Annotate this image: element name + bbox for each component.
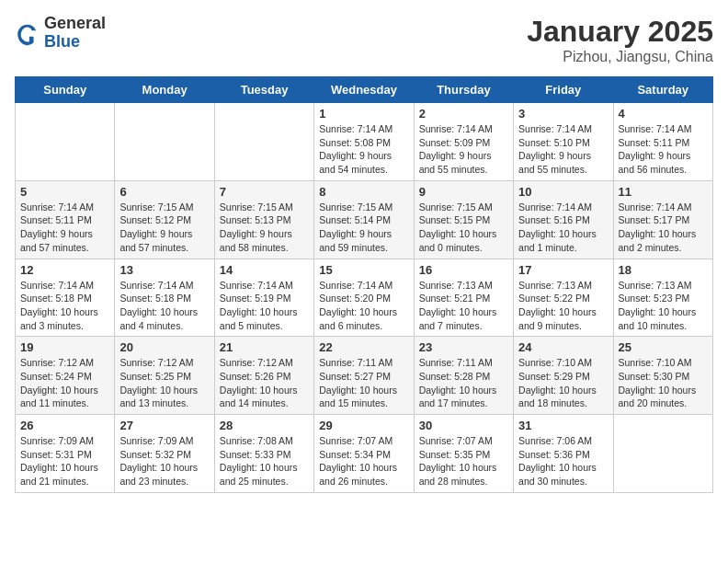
calendar-table: SundayMondayTuesdayWednesdayThursdayFrid… — [15, 76, 713, 493]
day-number: 27 — [119, 419, 209, 432]
header-wednesday: Wednesday — [314, 77, 414, 103]
day-cell: 27Sunrise: 7:09 AM Sunset: 5:32 PM Dayli… — [115, 415, 214, 493]
calendar-title: January 2025 — [527, 15, 713, 49]
day-info: Sunrise: 7:14 AM Sunset: 5:11 PM Dayligh… — [619, 122, 708, 177]
day-number: 6 — [119, 185, 209, 199]
day-cell: 25Sunrise: 7:10 AM Sunset: 5:30 PM Dayli… — [613, 337, 712, 415]
day-number: 21 — [220, 340, 309, 354]
day-number: 31 — [518, 419, 608, 432]
calendar-subtitle: Pizhou, Jiangsu, China — [527, 49, 713, 65]
day-info: Sunrise: 7:14 AM Sunset: 5:19 PM Dayligh… — [220, 279, 309, 333]
title-area: January 2025 Pizhou, Jiangsu, China — [527, 15, 713, 65]
day-cell: 6Sunrise: 7:15 AM Sunset: 5:12 PM Daylig… — [115, 180, 214, 259]
day-info: Sunrise: 7:14 AM Sunset: 5:11 PM Dayligh… — [20, 201, 109, 255]
day-number: 29 — [319, 419, 408, 432]
day-number: 23 — [419, 340, 508, 354]
day-number: 10 — [518, 185, 608, 199]
day-info: Sunrise: 7:10 AM Sunset: 5:29 PM Dayligh… — [518, 356, 608, 410]
week-row-1: 5Sunrise: 7:14 AM Sunset: 5:11 PM Daylig… — [16, 180, 713, 259]
day-number: 1 — [319, 107, 408, 121]
day-cell: 21Sunrise: 7:12 AM Sunset: 5:26 PM Dayli… — [214, 337, 313, 415]
header-monday: Monday — [115, 77, 214, 103]
day-number: 16 — [419, 263, 508, 277]
day-info: Sunrise: 7:14 AM Sunset: 5:18 PM Dayligh… — [20, 279, 109, 333]
day-number: 28 — [220, 419, 309, 432]
day-number: 19 — [20, 340, 109, 354]
day-info: Sunrise: 7:14 AM Sunset: 5:09 PM Dayligh… — [419, 122, 508, 177]
day-cell: 31Sunrise: 7:06 AM Sunset: 5:36 PM Dayli… — [514, 415, 613, 493]
day-number: 25 — [619, 340, 708, 354]
day-cell: 24Sunrise: 7:10 AM Sunset: 5:29 PM Dayli… — [514, 337, 613, 415]
day-number: 2 — [419, 107, 508, 121]
day-number: 4 — [619, 107, 708, 121]
day-info: Sunrise: 7:13 AM Sunset: 5:21 PM Dayligh… — [419, 279, 508, 333]
day-number: 9 — [419, 185, 508, 199]
day-info: Sunrise: 7:11 AM Sunset: 5:28 PM Dayligh… — [419, 356, 508, 410]
day-info: Sunrise: 7:14 AM Sunset: 5:16 PM Dayligh… — [518, 201, 608, 255]
day-cell: 19Sunrise: 7:12 AM Sunset: 5:24 PM Dayli… — [16, 337, 115, 415]
calendar-body: 1Sunrise: 7:14 AM Sunset: 5:08 PM Daylig… — [16, 103, 713, 493]
day-cell: 8Sunrise: 7:15 AM Sunset: 5:14 PM Daylig… — [314, 180, 414, 259]
day-cell: 3Sunrise: 7:14 AM Sunset: 5:10 PM Daylig… — [514, 103, 613, 181]
day-info: Sunrise: 7:14 AM Sunset: 5:08 PM Dayligh… — [319, 122, 408, 177]
day-number: 17 — [518, 263, 608, 277]
day-info: Sunrise: 7:13 AM Sunset: 5:22 PM Dayligh… — [518, 279, 608, 333]
day-cell — [115, 103, 214, 181]
day-info: Sunrise: 7:12 AM Sunset: 5:26 PM Dayligh… — [220, 356, 309, 410]
day-cell: 29Sunrise: 7:07 AM Sunset: 5:34 PM Dayli… — [314, 415, 414, 493]
week-row-4: 26Sunrise: 7:09 AM Sunset: 5:31 PM Dayli… — [16, 415, 713, 493]
day-cell: 23Sunrise: 7:11 AM Sunset: 5:28 PM Dayli… — [414, 337, 513, 415]
day-number: 15 — [319, 263, 408, 277]
day-number: 24 — [518, 340, 608, 354]
day-info: Sunrise: 7:15 AM Sunset: 5:14 PM Dayligh… — [319, 201, 408, 255]
logo: General Blue — [15, 15, 106, 52]
day-cell: 28Sunrise: 7:08 AM Sunset: 5:33 PM Dayli… — [214, 415, 313, 493]
day-info: Sunrise: 7:14 AM Sunset: 5:17 PM Dayligh… — [619, 201, 708, 255]
day-info: Sunrise: 7:12 AM Sunset: 5:24 PM Dayligh… — [20, 356, 109, 410]
day-cell: 4Sunrise: 7:14 AM Sunset: 5:11 PM Daylig… — [613, 103, 712, 181]
header-saturday: Saturday — [613, 77, 712, 103]
week-row-2: 12Sunrise: 7:14 AM Sunset: 5:18 PM Dayli… — [16, 259, 713, 337]
day-cell — [613, 415, 712, 493]
day-info: Sunrise: 7:14 AM Sunset: 5:10 PM Dayligh… — [518, 122, 608, 177]
day-number: 13 — [119, 263, 209, 277]
day-cell: 11Sunrise: 7:14 AM Sunset: 5:17 PM Dayli… — [613, 180, 712, 259]
week-row-3: 19Sunrise: 7:12 AM Sunset: 5:24 PM Dayli… — [16, 337, 713, 415]
day-info: Sunrise: 7:07 AM Sunset: 5:34 PM Dayligh… — [319, 434, 408, 488]
day-info: Sunrise: 7:13 AM Sunset: 5:23 PM Dayligh… — [619, 279, 708, 333]
day-info: Sunrise: 7:08 AM Sunset: 5:33 PM Dayligh… — [220, 434, 309, 488]
day-info: Sunrise: 7:09 AM Sunset: 5:31 PM Dayligh… — [20, 434, 109, 488]
week-row-0: 1Sunrise: 7:14 AM Sunset: 5:08 PM Daylig… — [16, 103, 713, 181]
day-info: Sunrise: 7:12 AM Sunset: 5:25 PM Dayligh… — [119, 356, 209, 410]
day-info: Sunrise: 7:15 AM Sunset: 5:13 PM Dayligh… — [220, 201, 309, 255]
logo-icon — [15, 20, 40, 46]
header-tuesday: Tuesday — [214, 77, 313, 103]
day-cell: 26Sunrise: 7:09 AM Sunset: 5:31 PM Dayli… — [16, 415, 115, 493]
logo-text: General Blue — [44, 15, 106, 52]
day-number: 26 — [20, 419, 109, 432]
day-info: Sunrise: 7:10 AM Sunset: 5:30 PM Dayligh… — [619, 356, 708, 410]
day-cell: 22Sunrise: 7:11 AM Sunset: 5:27 PM Dayli… — [314, 337, 414, 415]
day-info: Sunrise: 7:06 AM Sunset: 5:36 PM Dayligh… — [518, 434, 608, 488]
day-cell: 7Sunrise: 7:15 AM Sunset: 5:13 PM Daylig… — [214, 180, 313, 259]
day-info: Sunrise: 7:11 AM Sunset: 5:27 PM Dayligh… — [319, 356, 408, 410]
day-cell: 16Sunrise: 7:13 AM Sunset: 5:21 PM Dayli… — [414, 259, 513, 337]
day-number: 12 — [20, 263, 109, 277]
day-cell: 15Sunrise: 7:14 AM Sunset: 5:20 PM Dayli… — [314, 259, 414, 337]
day-number: 22 — [319, 340, 408, 354]
day-info: Sunrise: 7:14 AM Sunset: 5:20 PM Dayligh… — [319, 279, 408, 333]
day-number: 3 — [518, 107, 608, 121]
day-number: 14 — [220, 263, 309, 277]
day-number: 11 — [619, 185, 708, 199]
day-cell: 14Sunrise: 7:14 AM Sunset: 5:19 PM Dayli… — [214, 259, 313, 337]
day-info: Sunrise: 7:09 AM Sunset: 5:32 PM Dayligh… — [119, 434, 209, 488]
logo-blue: Blue — [44, 33, 106, 52]
day-number: 18 — [619, 263, 708, 277]
day-cell: 20Sunrise: 7:12 AM Sunset: 5:25 PM Dayli… — [115, 337, 214, 415]
day-cell: 12Sunrise: 7:14 AM Sunset: 5:18 PM Dayli… — [16, 259, 115, 337]
day-info: Sunrise: 7:14 AM Sunset: 5:18 PM Dayligh… — [119, 279, 209, 333]
header-thursday: Thursday — [414, 77, 513, 103]
header-friday: Friday — [514, 77, 613, 103]
header-row: SundayMondayTuesdayWednesdayThursdayFrid… — [16, 77, 713, 103]
day-cell: 30Sunrise: 7:07 AM Sunset: 5:35 PM Dayli… — [414, 415, 513, 493]
